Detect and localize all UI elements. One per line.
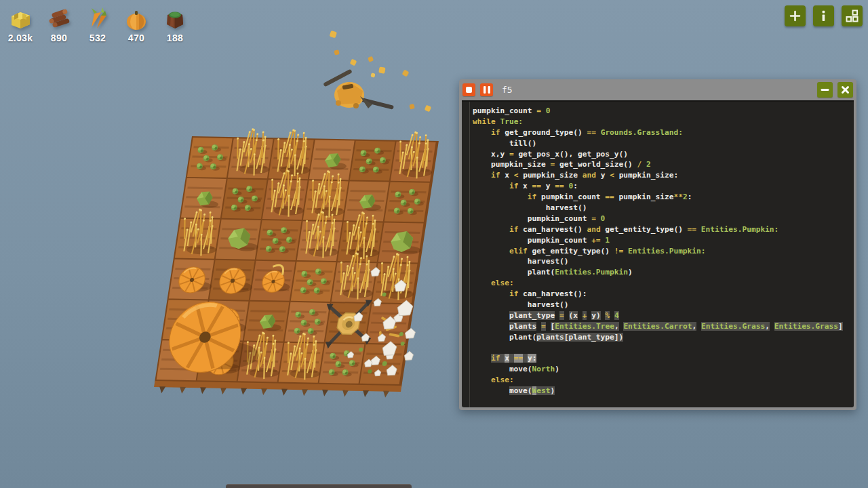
window-header[interactable]: f5 bbox=[459, 79, 856, 100]
minimize-button[interactable] bbox=[817, 82, 833, 98]
carrot-icon bbox=[85, 7, 111, 33]
code-line[interactable]: pumpkin_count += 1 bbox=[473, 235, 852, 246]
code-line[interactable]: plant_type = (x + y) % 4 bbox=[473, 310, 852, 321]
hay-icon bbox=[7, 7, 33, 33]
resource-count: 470 bbox=[128, 33, 144, 43]
code-line[interactable]: if pumpkin_count == pumpkin_size**2: bbox=[473, 192, 852, 203]
resource-count: 532 bbox=[90, 33, 106, 43]
code-line[interactable]: pumpkin_size = get_world_size() / 2 bbox=[473, 159, 852, 170]
code-line[interactable]: harvest() bbox=[473, 203, 852, 214]
code-line[interactable]: if x == y: bbox=[473, 353, 852, 364]
wood-icon bbox=[46, 7, 72, 33]
pause-icon bbox=[484, 86, 490, 94]
drone-body bbox=[323, 69, 394, 110]
toolbar bbox=[785, 5, 863, 26]
code-lines[interactable]: pumpkin_count = 0while True: if get_grou… bbox=[473, 106, 852, 396]
code-line[interactable]: plants = [Entities.Tree, Entities.Carrot… bbox=[473, 321, 852, 332]
pause-button[interactable] bbox=[480, 83, 493, 96]
stop-button[interactable] bbox=[462, 83, 475, 96]
minus-icon bbox=[821, 85, 829, 94]
resource-count: 2.03k bbox=[8, 33, 33, 43]
barrel-icon bbox=[162, 7, 188, 33]
windows-icon bbox=[845, 9, 859, 23]
code-line[interactable]: harvest() bbox=[473, 300, 852, 310]
code-line[interactable]: plant(Entities.Pumpkin) bbox=[473, 267, 852, 278]
code-line[interactable]: if get_ground_type() == Grounds.Grasslan… bbox=[473, 127, 852, 138]
code-line[interactable]: till() bbox=[473, 138, 852, 149]
code-line[interactable]: pumpkin_count = 0 bbox=[473, 106, 852, 117]
code-line[interactable]: else: bbox=[473, 278, 852, 289]
stop-icon bbox=[466, 87, 472, 93]
code-line[interactable]: if x == y == 0: bbox=[473, 181, 852, 192]
add-window-button[interactable] bbox=[785, 5, 806, 26]
code-line[interactable]: elif get_entity_type() != Entities.Pumpk… bbox=[473, 246, 852, 257]
bottom-panel-edge[interactable] bbox=[226, 484, 412, 488]
code-line[interactable]: if x < pumpkin_size and y < pumpkin_size… bbox=[473, 170, 852, 181]
game-screen: 2.03k890532470188 bbox=[0, 0, 868, 488]
code-line[interactable]: while True: bbox=[473, 117, 852, 127]
window-title: f5 bbox=[502, 85, 513, 95]
info-icon bbox=[817, 9, 830, 22]
code-editor-window: f5 pumpkin_count = 0while True: if get_g… bbox=[459, 79, 856, 410]
code-gutter bbox=[469, 102, 470, 407]
code-line[interactable]: else: bbox=[473, 375, 852, 386]
close-button[interactable] bbox=[837, 82, 853, 98]
resource-carrot: 532 bbox=[83, 7, 113, 43]
close-icon bbox=[841, 85, 850, 94]
resource-pumpkin: 470 bbox=[121, 7, 151, 43]
resource-barrel: 188 bbox=[160, 7, 190, 43]
code-line[interactable]: harvest() bbox=[473, 256, 852, 267]
code-line[interactable]: if can_harvest(): bbox=[473, 289, 852, 300]
code-line[interactable]: plant(plants[plant_type]) bbox=[473, 332, 852, 343]
resource-count: 890 bbox=[51, 33, 67, 43]
info-button[interactable] bbox=[813, 5, 834, 26]
code-editor[interactable]: pumpkin_count = 0while True: if get_grou… bbox=[462, 100, 854, 407]
code-line[interactable]: move(West) bbox=[473, 386, 852, 396]
farm-scene[interactable] bbox=[153, 136, 439, 402]
resource-count: 188 bbox=[167, 33, 183, 43]
code-line[interactable]: x,y = get_pos_x(), get_pos_y() bbox=[473, 149, 852, 160]
code-line[interactable] bbox=[473, 343, 852, 354]
resource-hay: 2.03k bbox=[5, 7, 35, 43]
plus-icon bbox=[789, 9, 802, 22]
resource-wood: 890 bbox=[44, 7, 74, 43]
flying-drone bbox=[303, 28, 439, 130]
code-line[interactable]: if can_harvest() and get_entity_type() =… bbox=[473, 224, 852, 235]
pumpkin-icon bbox=[123, 7, 149, 33]
windows-button[interactable] bbox=[842, 5, 863, 26]
code-line[interactable]: pumpkin_count = 0 bbox=[473, 214, 852, 224]
resource-bar: 2.03k890532470188 bbox=[5, 7, 190, 43]
code-line[interactable]: move(North) bbox=[473, 364, 852, 375]
